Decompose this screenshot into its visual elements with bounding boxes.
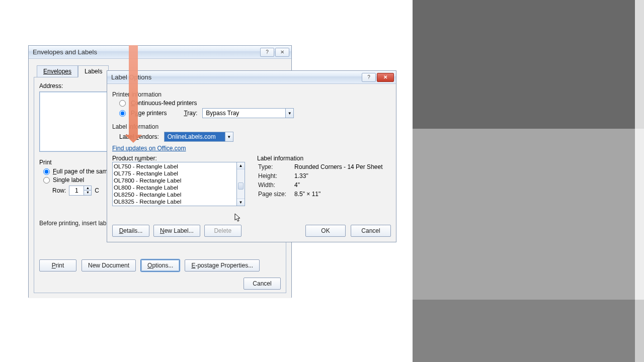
ok-button[interactable]: OK — [305, 225, 346, 237]
annotation-arrow — [129, 45, 138, 136]
radio-continuous-feed-label: Continuous-feed printers — [131, 100, 197, 107]
product-list-items[interactable]: OL750 - Rectangle Label OL775 - Rectangl… — [113, 162, 236, 206]
new-label-button[interactable]: New Label... — [153, 225, 200, 237]
label-info-section-label: Label information — [112, 123, 391, 130]
tray-label: Tray: — [184, 110, 197, 117]
row-spinner[interactable]: ▲▼ — [69, 186, 92, 196]
delete-button: Delete — [204, 225, 242, 237]
cancel-button[interactable]: Cancel — [351, 225, 391, 237]
radio-full-page-label: FFull page of the samull page of the sam — [53, 168, 108, 175]
tab-labels[interactable]: Labels — [78, 65, 109, 77]
product-number-label: Product number: — [112, 155, 245, 162]
vendors-value: OnlineLabels.com — [165, 132, 225, 141]
list-item[interactable]: OL7800 - Rectangle Label — [114, 177, 235, 184]
dialog-titlebar[interactable]: Label Options ? ✕ — [107, 71, 396, 84]
epostage-button[interactable]: E-postage Properties... — [185, 259, 260, 272]
chevron-down-icon[interactable]: ▼ — [285, 109, 293, 118]
print-button[interactable]: Print — [39, 259, 76, 272]
label-info-header: Label information — [257, 155, 383, 162]
new-document-button[interactable]: New Document — [82, 259, 136, 272]
close-button[interactable]: ✕ — [377, 73, 394, 82]
chevron-down-icon[interactable]: ▼ — [225, 132, 233, 141]
radio-full-page[interactable] — [43, 168, 50, 175]
radio-single-label[interactable] — [43, 177, 50, 184]
details-button[interactable]: Details... — [112, 225, 149, 237]
list-item[interactable]: OL8325 - Rectangle Label — [114, 198, 235, 205]
scroll-up-icon[interactable]: ▲ — [237, 162, 245, 169]
product-listbox[interactable]: OL750 - Rectangle Label OL775 - Rectangl… — [112, 162, 245, 206]
col-label-fragment: C — [95, 187, 99, 194]
list-item[interactable]: OL750 - Rectangle Label — [114, 163, 235, 170]
dialog-title: Envelopes and Labels — [33, 48, 97, 56]
tray-value: Bypass Tray — [203, 109, 285, 118]
radio-single-label-text: Single label — [53, 176, 84, 184]
help-button[interactable]: ? — [260, 48, 274, 57]
row-label: Row: — [52, 187, 66, 194]
spin-down-icon[interactable]: ▼ — [84, 191, 91, 195]
printer-info-section-label: Printer information — [112, 91, 391, 98]
background-panel — [413, 0, 644, 362]
list-item[interactable]: OL8250 - Rectangle Label — [114, 191, 235, 198]
scrollbar[interactable]: ▲ ▼ — [236, 162, 245, 206]
scroll-thumb[interactable] — [238, 183, 244, 190]
cancel-button[interactable]: Cancel — [244, 278, 281, 290]
options-button[interactable]: Options... — [141, 259, 180, 272]
list-item[interactable]: OL775 - Rectangle Label — [114, 170, 235, 177]
find-updates-link[interactable]: Find updates on Office.com — [112, 145, 391, 152]
list-item[interactable]: OL800 - Rectangle Label — [114, 184, 235, 191]
help-button[interactable]: ? — [362, 73, 376, 82]
radio-continuous-feed[interactable] — [119, 100, 126, 107]
close-button[interactable]: ✕ — [275, 48, 289, 57]
radio-page-printers[interactable] — [119, 110, 126, 117]
row-value[interactable] — [69, 186, 84, 195]
dialog-titlebar[interactable]: Envelopes and Labels ? ✕ — [29, 46, 291, 59]
label-options-dialog: Label Options ? ✕ Printer information Co… — [107, 70, 396, 242]
label-info-table: Type:Rounded Corners - 14 Per Sheet Heig… — [257, 162, 383, 199]
vendors-combo[interactable]: OnlineLabels.com ▼ — [164, 132, 233, 142]
tray-combo[interactable]: Bypass Tray ▼ — [202, 108, 294, 118]
spin-up-icon[interactable]: ▲ — [84, 186, 91, 191]
scroll-down-icon[interactable]: ▼ — [237, 199, 245, 206]
tab-envelopes[interactable]: Envelopes — [37, 65, 78, 77]
cursor-icon — [234, 213, 242, 222]
